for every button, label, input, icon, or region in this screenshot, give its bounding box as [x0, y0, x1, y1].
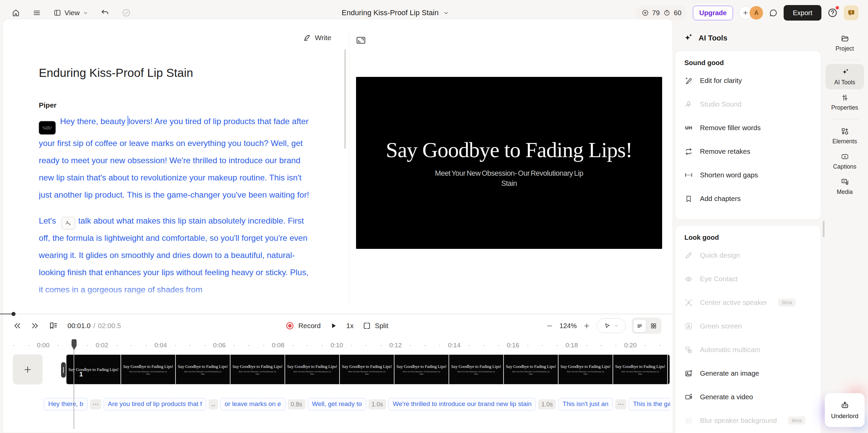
ai-tool-item[interactable]: Edit for clarity: [684, 69, 812, 92]
caption-segment[interactable]: 1.0s: [369, 399, 386, 409]
ai-tool-item[interactable]: Generate an image: [684, 362, 812, 385]
ai-tool-label: Generate a video: [700, 393, 753, 401]
inline-media-chip[interactable]: [61, 217, 75, 229]
ai-tool-item[interactable]: Generate a video: [684, 385, 812, 409]
zoom-out-icon[interactable]: [546, 322, 553, 330]
caption-segment[interactable]: This isn't just an: [558, 398, 613, 410]
view-menu-button[interactable]: View: [53, 9, 88, 17]
video-preview[interactable]: Say Goodbye to Fading Lips! Meet Your Ne…: [356, 77, 662, 249]
ai-tool-item[interactable]: Studio Sound: [684, 92, 812, 116]
filmstrip-frame[interactable]: Say Goodbye to Fading Lips!: [66, 355, 120, 384]
cursor-icon: [604, 322, 611, 329]
ai-tool-item[interactable]: Remove retakes: [684, 140, 812, 163]
scrub-handle[interactable]: [11, 312, 16, 316]
ai-tool-item[interactable]: Automatic multicam: [684, 338, 812, 362]
caption-segment[interactable]: Hey there, b: [44, 398, 88, 410]
menu-icon[interactable]: [32, 8, 41, 17]
filmstrip-frame[interactable]: Say Goodbye to Fading Lips!Meet Your New…: [340, 355, 394, 384]
record-button[interactable]: Record: [285, 321, 321, 330]
home-icon[interactable]: [11, 8, 20, 17]
ruler-tick-dot: [380, 345, 381, 346]
uh-strike-icon: UH: [684, 124, 693, 132]
ai-panel-scrollbar[interactable]: [823, 221, 824, 237]
ai-tool-item[interactable]: Eye Contact: [684, 267, 812, 291]
ruler-tick-dot: [322, 345, 323, 346]
credits-pill[interactable]: 79 60: [636, 5, 687, 20]
scrub-track[interactable]: [0, 314, 672, 314]
export-button[interactable]: Export: [784, 5, 821, 21]
sidebar-divider: [830, 119, 859, 119]
add-track-button[interactable]: [13, 354, 43, 384]
track-drag-handle[interactable]: [61, 362, 66, 378]
filmstrip-frame[interactable]: Say Goodbye to Fading Lips!Meet Your New…: [613, 355, 667, 384]
split-button[interactable]: Split: [362, 321, 388, 330]
playback-speed-button[interactable]: 1x: [346, 322, 354, 330]
ai-tool-item[interactable]: UH Remove filler words: [684, 116, 812, 140]
frame-title: Say Goodbye to Fading Lips!: [178, 364, 228, 369]
timeline-ruler[interactable]: 0:000:020:040:060:080:100:120:140:160:18…: [0, 339, 672, 353]
timeline-view-button[interactable]: [633, 319, 646, 333]
speaker-label[interactable]: Piper: [39, 101, 57, 109]
play-icon[interactable]: [329, 322, 337, 330]
inline-video-thumbnail[interactable]: Say Goodbye to Fading Lips!: [39, 121, 56, 135]
ai-tool-label: Shorten word gaps: [700, 171, 758, 179]
document-heading[interactable]: Enduring Kiss-Proof Lip Stain: [39, 66, 193, 80]
pointer-tool-button[interactable]: [597, 318, 626, 333]
frame-title: Say Goodbye to Fading Lips!: [451, 364, 501, 369]
filmstrip-frame[interactable]: Say Goodbye to Fading Lips!Meet Your New…: [395, 355, 449, 384]
clock-icon: [663, 9, 671, 17]
filmstrip[interactable]: Say Goodbye to Fading Lips!Say Goodbye t…: [66, 354, 670, 384]
marker-list-icon[interactable]: [49, 321, 58, 331]
upgrade-button[interactable]: Upgrade: [693, 6, 733, 20]
transport-center-group: Record 1x Split: [285, 318, 388, 333]
expand-preview-icon[interactable]: [355, 35, 367, 46]
caption-segment[interactable]: 0.8s: [288, 399, 305, 409]
feedback-badge[interactable]: [844, 5, 859, 20]
caption-segment[interactable]: Are you tired of lip products that f: [104, 398, 207, 410]
filmstrip-frame[interactable]: Say Goodbye to Fading Lips!Meet Your New…: [449, 355, 503, 384]
skip-forward-icon[interactable]: [31, 321, 39, 330]
sidebar-item[interactable]: A Captions: [825, 148, 864, 174]
underlord-button[interactable]: Underlord: [825, 393, 865, 427]
zoom-in-icon[interactable]: [583, 322, 591, 330]
sidebar-item[interactable]: Properties: [825, 89, 864, 115]
grid-view-button[interactable]: [647, 319, 660, 333]
sidebar-item[interactable]: Project: [825, 30, 864, 56]
transcript-body[interactable]: Say Goodbye to Fading Lips!Hey there, be…: [39, 113, 311, 307]
avatar[interactable]: A: [750, 6, 763, 20]
filmstrip-frame[interactable]: Say Goodbye to Fading Lips!Meet Your New…: [668, 355, 670, 384]
bookmark-icon: [684, 195, 693, 203]
ai-tool-item[interactable]: I···I Shorten word gaps: [684, 163, 812, 187]
skip-back-icon[interactable]: [13, 321, 22, 330]
chat-icon[interactable]: [769, 8, 778, 18]
ruler-tick-dot: [116, 345, 117, 346]
filmstrip-frame[interactable]: Say Goodbye to Fading Lips!Meet Your New…: [285, 355, 339, 384]
ai-tool-item[interactable]: Quick design: [684, 243, 812, 267]
filmstrip-frame[interactable]: Say Goodbye to Fading Lips!Meet Your New…: [176, 355, 230, 384]
ai-tool-item[interactable]: Add chapters: [684, 187, 812, 210]
filmstrip-frame[interactable]: Say Goodbye to Fading Lips!Meet Your New…: [559, 355, 613, 384]
caption-segment[interactable]: ⋯: [615, 399, 626, 409]
sidebar-item[interactable]: Elements: [825, 123, 864, 148]
sidebar-item[interactable]: AI Tools: [825, 64, 864, 89]
ai-tool-item[interactable]: Blur speaker background Beta: [684, 409, 812, 432]
filmstrip-frame[interactable]: Say Goodbye to Fading Lips!Meet Your New…: [504, 355, 558, 384]
filmstrip-frame[interactable]: Say Goodbye to Fading Lips!Meet Your New…: [121, 355, 175, 384]
write-button[interactable]: Write: [303, 33, 331, 42]
sidebar-item[interactable]: Media: [825, 174, 864, 199]
editor-scrollbar[interactable]: [344, 49, 346, 149]
caption-segment[interactable]: or leave marks on e: [220, 398, 286, 410]
caption-segment[interactable]: This is the game-chan: [629, 398, 670, 410]
undo-icon[interactable]: [101, 8, 109, 17]
ai-tool-item[interactable]: Green screen: [684, 314, 812, 338]
filmstrip-frame[interactable]: Say Goodbye to Fading Lips!Meet Your New…: [230, 355, 284, 384]
caption-segment[interactable]: 1.0s: [538, 399, 556, 409]
grid-icon: [650, 322, 657, 329]
caption-segment[interactable]: ⋯: [90, 399, 101, 409]
ai-tool-item[interactable]: Center active speaker Beta: [684, 291, 812, 314]
caption-segment[interactable]: ‥: [209, 399, 218, 409]
caption-segment[interactable]: Well, get ready to: [308, 398, 367, 410]
ai-tool-label: Green screen: [700, 322, 742, 330]
help-button[interactable]: [827, 7, 838, 18]
caption-segment[interactable]: We're thrilled to introduce our brand ne…: [388, 398, 536, 410]
